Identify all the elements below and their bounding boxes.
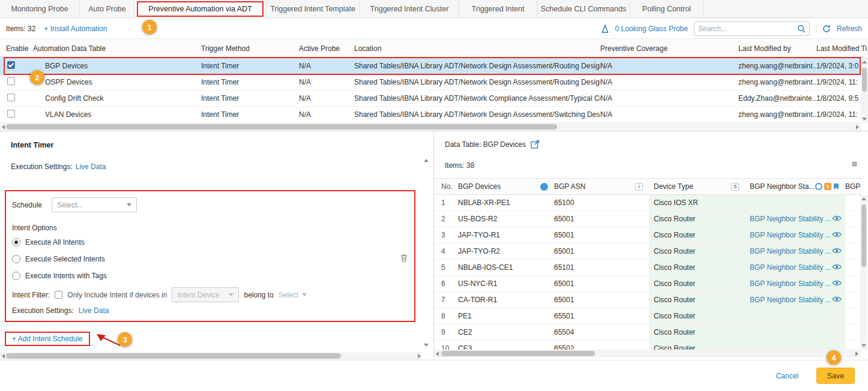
schedule-select[interactable]: Select... bbox=[52, 197, 137, 212]
device-name: JAP-TYO-R1 bbox=[458, 227, 554, 243]
bgp-asn: 65001 bbox=[554, 227, 649, 243]
bgp-neighbor-link[interactable]: BGP Neighbor Stability ... bbox=[750, 296, 831, 304]
tab-polling-control[interactable]: Polling Control bbox=[630, 0, 704, 18]
scroll-left-arrow[interactable] bbox=[2, 354, 5, 359]
device-name: NBLAB-IOS-CE1 bbox=[458, 260, 554, 275]
data-row[interactable]: 6 US-NYC-R1 65001 Cisco Router BGP Neigh… bbox=[434, 276, 860, 292]
tab-monitoring-probe[interactable]: Monitoring Probe bbox=[0, 0, 80, 18]
install-automation-button[interactable]: + Install Automation bbox=[44, 25, 107, 33]
add-intent-schedule-button[interactable]: + Add Intent Schedule bbox=[12, 335, 83, 343]
clock-icon bbox=[815, 183, 822, 190]
scroll-down-arrow[interactable] bbox=[861, 344, 866, 347]
toolbar: Items: 32 + Install Automation 0 Looking… bbox=[0, 19, 868, 38]
bgp-neighbor-cell: BGP Neighbor Stability ... bbox=[745, 260, 845, 275]
table-row-ospf-devices[interactable]: OSPF Devices Intent Timer N/A Shared Tab… bbox=[0, 74, 868, 91]
row-number: 10 bbox=[434, 341, 458, 350]
adt-name: BGP Devices bbox=[33, 62, 201, 70]
scrollbar-thumb[interactable] bbox=[6, 353, 341, 359]
eye-icon[interactable] bbox=[832, 279, 842, 288]
location: Shared Tables/IBNA Library ADT/Network D… bbox=[354, 78, 600, 86]
bgp-neighbor-link[interactable]: BGP Neighbor Stability ... bbox=[750, 247, 831, 255]
radio-execute-intents-with-tags[interactable]: Execute Intents with Tags bbox=[12, 272, 107, 280]
scrollbar-thumb[interactable] bbox=[862, 68, 867, 92]
scroll-up-arrow[interactable] bbox=[861, 197, 866, 200]
tab-auto-probe[interactable]: Auto Probe bbox=[80, 0, 135, 18]
eye-icon[interactable] bbox=[832, 263, 842, 272]
scrollbar-thumb[interactable] bbox=[441, 351, 595, 356]
eye-icon[interactable] bbox=[832, 296, 842, 305]
data-row[interactable]: 10 CE3 65502 Cisco Router bbox=[434, 341, 860, 350]
intent-filter-label: Intent Filter: bbox=[12, 291, 50, 299]
enable-checkbox[interactable] bbox=[7, 61, 15, 69]
column-header-extra: BGP bbox=[845, 182, 861, 191]
intent-device-select[interactable]: Intent Device bbox=[172, 287, 239, 302]
refresh-icon[interactable] bbox=[822, 25, 831, 33]
table-row-vlan-devices[interactable]: VLAN Devices Intent Timer N/A Shared Tab… bbox=[0, 107, 868, 123]
bgp-asn: 65502 bbox=[554, 341, 649, 350]
bgp-neighbor-link[interactable]: BGP Neighbor Stability ... bbox=[750, 215, 831, 223]
belong-to-select[interactable]: Select bbox=[279, 291, 307, 299]
scroll-left-arrow[interactable] bbox=[2, 125, 5, 130]
scroll-right-arrow[interactable] bbox=[418, 354, 421, 359]
eye-icon[interactable] bbox=[832, 215, 842, 224]
bgp-neighbor-link[interactable]: BGP Neighbor Stability ... bbox=[750, 263, 831, 272]
save-button[interactable]: Save bbox=[816, 368, 855, 384]
live-data-link[interactable]: Live Data bbox=[79, 306, 109, 315]
belong-to-value: Select bbox=[279, 291, 298, 299]
enable-checkbox[interactable] bbox=[7, 77, 15, 85]
data-row[interactable]: 1 NBLAB-XR-PE1 65100 Cisco IOS XR bbox=[434, 195, 860, 211]
enable-checkbox[interactable] bbox=[7, 94, 15, 101]
trash-icon[interactable] bbox=[400, 254, 408, 263]
bgp-neighbor-cell bbox=[745, 341, 845, 350]
search-input[interactable] bbox=[698, 25, 797, 33]
active-probe: N/A bbox=[299, 110, 354, 119]
data-row[interactable]: 9 CE2 65504 Cisco Router bbox=[434, 324, 860, 341]
radio-execute-selected-intents[interactable]: Execute Selected Intents bbox=[12, 255, 105, 263]
scroll-down-arrow[interactable] bbox=[862, 118, 867, 121]
tab-schedule-cli-commands[interactable]: Schedule CLI Commands bbox=[537, 0, 630, 18]
radio-label: Execute Selected Intents bbox=[25, 255, 105, 263]
tab-preventive-automation-via-adt[interactable]: Preventive Automation via ADT bbox=[135, 0, 266, 18]
data-row[interactable]: 3 JAP-TYO-R1 65001 Cisco Router BGP Neig… bbox=[434, 227, 860, 243]
bgp-asn: 65001 bbox=[554, 211, 649, 227]
top-tab-bar: Monitoring Probe Auto Probe Preventive A… bbox=[0, 0, 868, 18]
scroll-left-arrow[interactable] bbox=[436, 351, 439, 356]
data-row[interactable]: 4 JAP-TYO-R2 65001 Cisco Router BGP Neig… bbox=[434, 243, 860, 260]
enable-checkbox[interactable] bbox=[7, 110, 15, 118]
external-link-icon[interactable] bbox=[531, 140, 540, 149]
data-row[interactable]: 8 PE1 65501 Cisco Router bbox=[434, 308, 860, 324]
data-row[interactable]: 2 US-BOS-R2 65001 Cisco Router BGP Neigh… bbox=[434, 211, 860, 227]
cancel-button[interactable]: Cancel bbox=[776, 372, 798, 380]
refresh-button[interactable]: Refresh bbox=[837, 25, 862, 33]
panel-scroll-down-arrow[interactable] bbox=[424, 344, 429, 347]
data-row[interactable]: 5 NBLAB-IOS-CE1 65101 Cisco Router BGP N… bbox=[434, 260, 860, 276]
scroll-right-arrow[interactable] bbox=[855, 351, 858, 356]
table-row-config-drift-check[interactable]: Config Drift Check Intent Timer N/A Shar… bbox=[0, 91, 868, 107]
table-row-bgp-devices[interactable]: BGP Devices Intent Timer N/A Shared Tabl… bbox=[0, 58, 868, 74]
live-data-link[interactable]: Live Data bbox=[76, 163, 106, 171]
scrollbar-thumb[interactable] bbox=[861, 204, 866, 267]
data-row[interactable]: 7 CA-TOR-R1 65001 Cisco Router BGP Neigh… bbox=[434, 292, 860, 308]
eye-icon[interactable] bbox=[832, 247, 842, 256]
bgp-asn: 65501 bbox=[554, 308, 649, 324]
radio-execute-all-intents[interactable]: Execute All Intents bbox=[12, 238, 85, 246]
panel-scroll-up-arrow[interactable] bbox=[424, 159, 429, 162]
search-icon[interactable] bbox=[797, 25, 806, 33]
menu-icon[interactable]: ≡ bbox=[852, 159, 857, 170]
chevron-down-icon bbox=[229, 293, 234, 296]
tab-triggered-intent-template[interactable]: Triggered Intent Template bbox=[266, 0, 360, 18]
looking-glass-probe-link[interactable]: 0 Looking Glass Probe bbox=[615, 25, 688, 33]
bgp-neighbor-link[interactable]: BGP Neighbor Stability ... bbox=[750, 279, 831, 288]
scroll-right-arrow[interactable] bbox=[856, 125, 859, 130]
scroll-up-arrow[interactable] bbox=[862, 61, 867, 64]
tab-triggered-intent-cluster[interactable]: Triggered Intent Cluster bbox=[360, 0, 459, 18]
eye-icon[interactable] bbox=[832, 231, 842, 240]
intent-schedule-form: Schedule Select... Intent Options Execut… bbox=[5, 190, 415, 322]
scrollbar-thumb[interactable] bbox=[6, 124, 557, 130]
bgp-neighbor-link[interactable]: BGP Neighbor Stability ... bbox=[750, 231, 831, 239]
execution-settings-label: Execution Settings: bbox=[12, 306, 74, 315]
last-modified-by: zheng.wang@netbraint... bbox=[738, 78, 816, 86]
bgp-asn: 65001 bbox=[554, 243, 649, 259]
tab-triggered-intent[interactable]: Triggered Intent bbox=[459, 0, 537, 18]
intent-filter-checkbox[interactable] bbox=[55, 291, 62, 299]
